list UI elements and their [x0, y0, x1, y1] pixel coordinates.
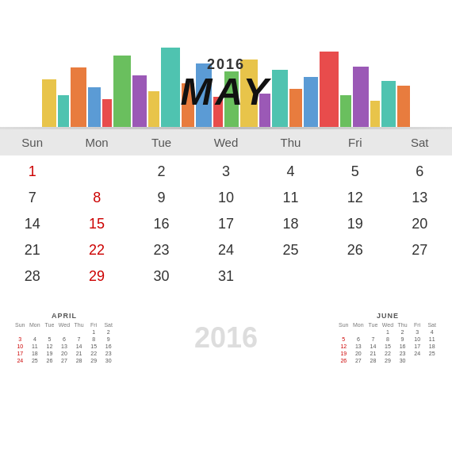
mini-calendar-day: 1 — [381, 328, 396, 336]
mini-calendar-day: 10 — [410, 336, 425, 343]
mini-calendar-day: 4 — [28, 336, 43, 343]
mini-calendar-day: 24 — [13, 357, 28, 364]
calendar-day: 20 — [388, 211, 452, 237]
calendar-day: 6 — [388, 159, 452, 185]
calendar-day: 22 — [64, 237, 128, 263]
mini-calendar-day: 19 — [336, 350, 351, 357]
mini-day-header: Fri — [86, 322, 102, 328]
building — [88, 87, 101, 127]
mini-calendar-day: 7 — [366, 336, 381, 343]
mini-calendar-day: 4 — [424, 328, 439, 336]
mini-calendar-day: 27 — [351, 357, 366, 364]
center-year: 2016 — [116, 321, 336, 355]
mini-calendar-day: 9 — [395, 336, 410, 343]
mini-calendar-day: 22 — [381, 350, 396, 357]
mini-calendar-day: 6 — [57, 336, 72, 343]
day-header: Thu — [259, 136, 323, 149]
calendar-day: 4 — [259, 159, 323, 185]
mini-calendar-day: 11 — [424, 336, 439, 343]
mini-calendar-day: 22 — [86, 350, 102, 357]
building — [320, 52, 339, 127]
mini-calendar-day — [351, 328, 366, 336]
mini-day-header: Wed — [57, 322, 72, 328]
mini-calendar-day: 15 — [86, 343, 102, 350]
mini-calendar-day: 23 — [101, 350, 116, 357]
mini-calendar-day: 7 — [71, 336, 86, 343]
calendar-day: 12 — [323, 185, 387, 211]
day-header: Fri — [323, 136, 387, 149]
building — [132, 75, 147, 127]
mini-calendar-day: 24 — [410, 350, 425, 357]
mini-calendar-day: 26 — [42, 357, 57, 364]
month-label: MAY — [180, 71, 271, 113]
calendar-day: 24 — [193, 237, 258, 263]
mini-calendar-day: 25 — [424, 350, 439, 357]
mini-calendar-day: 1 — [86, 328, 102, 336]
calendar-grid: 1234567891011121314151617181920212223242… — [0, 155, 452, 302]
mini-calendar-day: 13 — [57, 343, 72, 350]
mini-calendar-day: 29 — [381, 357, 396, 364]
building — [113, 56, 131, 127]
mini-calendar-day — [57, 328, 72, 336]
mini-calendar-day: 3 — [13, 336, 28, 343]
calendar-day: 7 — [0, 185, 64, 211]
mini-calendar-day: 15 — [381, 343, 396, 350]
mini-day-header: Mon — [351, 322, 366, 328]
mini-calendar-day: 13 — [351, 343, 366, 350]
mini-calendar-day: 27 — [57, 357, 72, 364]
calendar-day: 25 — [259, 237, 323, 263]
calendar-day: 1 — [0, 159, 64, 185]
mini-calendar-day — [366, 328, 381, 336]
mini-calendar-day: 5 — [336, 336, 351, 343]
mini-april-day-headers: SunMonTueWedThuFriSat — [13, 322, 116, 328]
calendar-header: 2016 MAY — [0, 0, 452, 127]
mini-april-title: APRIL — [13, 312, 116, 320]
calendar-day: 8 — [64, 185, 128, 211]
building — [353, 67, 369, 127]
mini-calendar-day: 30 — [395, 357, 410, 364]
mini-calendar-day: 18 — [424, 343, 439, 350]
mini-calendar-day: 14 — [71, 343, 86, 350]
calendar-day: 27 — [388, 237, 452, 263]
mini-calendar-day: 10 — [13, 343, 28, 350]
mini-calendar-day: 19 — [42, 350, 57, 357]
calendar-day: 17 — [193, 211, 258, 237]
calendar-day: 28 — [0, 263, 64, 290]
building — [102, 99, 112, 127]
mini-calendar-day: 14 — [366, 343, 381, 350]
mini-calendar-day — [410, 357, 425, 364]
building — [272, 70, 288, 127]
day-header: Sun — [0, 136, 64, 149]
mini-day-header: Sat — [101, 322, 116, 328]
mini-calendar-day: 11 — [28, 343, 43, 350]
calendar-day: 26 — [323, 237, 387, 263]
mini-april-grid: 1234567891011121314151617181920212223242… — [13, 328, 116, 364]
building — [42, 79, 56, 127]
mini-day-header: Mon — [28, 322, 43, 328]
mini-day-header: Sat — [424, 322, 439, 328]
mini-day-header: Sun — [336, 322, 351, 328]
building — [148, 91, 159, 127]
mini-calendar-day: 30 — [101, 357, 116, 364]
building — [397, 86, 410, 127]
calendar-day: 11 — [259, 185, 323, 211]
calendar-day — [0, 290, 64, 299]
mini-calendar-day — [28, 328, 43, 336]
mini-calendar-april: APRIL SunMonTueWedThuFriSat 123456789101… — [13, 312, 116, 364]
mini-calendar-day: 20 — [351, 350, 366, 357]
calendar-day — [259, 263, 323, 290]
calendar-day: 14 — [0, 211, 64, 237]
mini-day-header: Sun — [13, 322, 28, 328]
calendar-day: 15 — [64, 211, 128, 237]
month-title: 2016 MAY — [180, 56, 271, 111]
mini-june-grid: 1234567891011121314151617181920212223242… — [336, 328, 439, 364]
calendar-day: 9 — [129, 185, 193, 211]
mini-calendar-day — [42, 328, 57, 336]
calendar-day: 16 — [129, 211, 193, 237]
mini-day-header: Tue — [42, 322, 57, 328]
mini-calendar-day: 16 — [395, 343, 410, 350]
calendar-day: 2 — [129, 159, 193, 185]
mini-calendar-day: 17 — [410, 343, 425, 350]
mini-calendar-day: 2 — [101, 328, 116, 336]
building — [381, 81, 396, 127]
